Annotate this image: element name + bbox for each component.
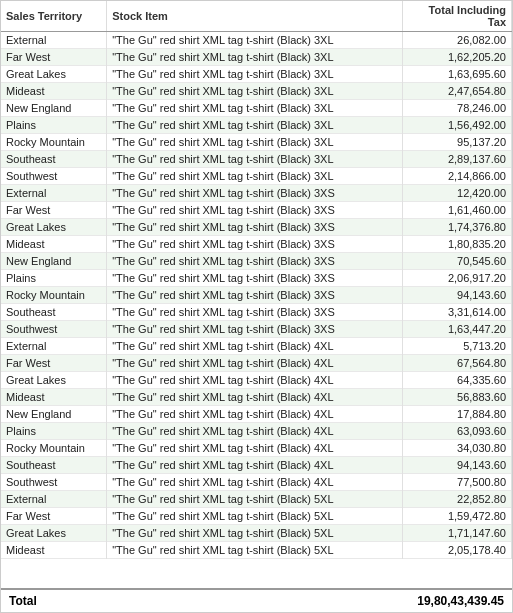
- table-row: New England"The Gu" red shirt XML tag t-…: [1, 406, 512, 423]
- cell-item: "The Gu" red shirt XML tag t-shirt (Blac…: [107, 236, 403, 253]
- cell-item: "The Gu" red shirt XML tag t-shirt (Blac…: [107, 134, 403, 151]
- cell-territory: Southeast: [1, 304, 107, 321]
- table-row: Mideast"The Gu" red shirt XML tag t-shir…: [1, 83, 512, 100]
- cell-item: "The Gu" red shirt XML tag t-shirt (Blac…: [107, 372, 403, 389]
- table-row: Mideast"The Gu" red shirt XML tag t-shir…: [1, 236, 512, 253]
- cell-territory: Rocky Mountain: [1, 287, 107, 304]
- cell-item: "The Gu" red shirt XML tag t-shirt (Blac…: [107, 32, 403, 49]
- cell-item: "The Gu" red shirt XML tag t-shirt (Blac…: [107, 117, 403, 134]
- cell-item: "The Gu" red shirt XML tag t-shirt (Blac…: [107, 389, 403, 406]
- cell-item: "The Gu" red shirt XML tag t-shirt (Blac…: [107, 474, 403, 491]
- cell-tax: 1,59,472.80: [403, 508, 512, 525]
- table-row: Southwest"The Gu" red shirt XML tag t-sh…: [1, 168, 512, 185]
- table-wrapper[interactable]: Sales Territory Stock Item Total Includi…: [1, 1, 512, 588]
- cell-item: "The Gu" red shirt XML tag t-shirt (Blac…: [107, 491, 403, 508]
- cell-tax: 17,884.80: [403, 406, 512, 423]
- cell-tax: 12,420.00: [403, 185, 512, 202]
- cell-tax: 1,80,835.20: [403, 236, 512, 253]
- cell-territory: Southwest: [1, 168, 107, 185]
- cell-tax: 67,564.80: [403, 355, 512, 372]
- cell-tax: 3,31,614.00: [403, 304, 512, 321]
- cell-item: "The Gu" red shirt XML tag t-shirt (Blac…: [107, 202, 403, 219]
- cell-territory: Mideast: [1, 389, 107, 406]
- table-row: Rocky Mountain"The Gu" red shirt XML tag…: [1, 134, 512, 151]
- col-header-tax: Total Including Tax: [403, 1, 512, 32]
- cell-item: "The Gu" red shirt XML tag t-shirt (Blac…: [107, 270, 403, 287]
- cell-tax: 5,713.20: [403, 338, 512, 355]
- table-row: Mideast"The Gu" red shirt XML tag t-shir…: [1, 542, 512, 559]
- table-row: Far West"The Gu" red shirt XML tag t-shi…: [1, 202, 512, 219]
- cell-item: "The Gu" red shirt XML tag t-shirt (Blac…: [107, 542, 403, 559]
- table-row: New England"The Gu" red shirt XML tag t-…: [1, 253, 512, 270]
- table-row: External"The Gu" red shirt XML tag t-shi…: [1, 338, 512, 355]
- cell-tax: 70,545.60: [403, 253, 512, 270]
- cell-tax: 1,63,447.20: [403, 321, 512, 338]
- cell-territory: Great Lakes: [1, 66, 107, 83]
- cell-item: "The Gu" red shirt XML tag t-shirt (Blac…: [107, 49, 403, 66]
- cell-item: "The Gu" red shirt XML tag t-shirt (Blac…: [107, 321, 403, 338]
- cell-tax: 1,61,460.00: [403, 202, 512, 219]
- cell-tax: 95,137.20: [403, 134, 512, 151]
- cell-tax: 1,74,376.80: [403, 219, 512, 236]
- cell-territory: Rocky Mountain: [1, 440, 107, 457]
- table-row: Southeast"The Gu" red shirt XML tag t-sh…: [1, 151, 512, 168]
- main-container: Sales Territory Stock Item Total Includi…: [0, 0, 513, 613]
- cell-territory: Mideast: [1, 236, 107, 253]
- data-table: Sales Territory Stock Item Total Includi…: [1, 1, 512, 559]
- cell-tax: 2,05,178.40: [403, 542, 512, 559]
- cell-item: "The Gu" red shirt XML tag t-shirt (Blac…: [107, 406, 403, 423]
- cell-item: "The Gu" red shirt XML tag t-shirt (Blac…: [107, 253, 403, 270]
- cell-item: "The Gu" red shirt XML tag t-shirt (Blac…: [107, 83, 403, 100]
- cell-tax: 26,082.00: [403, 32, 512, 49]
- cell-territory: Far West: [1, 49, 107, 66]
- table-row: Great Lakes"The Gu" red shirt XML tag t-…: [1, 66, 512, 83]
- table-row: Great Lakes"The Gu" red shirt XML tag t-…: [1, 525, 512, 542]
- cell-territory: Southeast: [1, 457, 107, 474]
- cell-tax: 2,06,917.20: [403, 270, 512, 287]
- table-row: Southeast"The Gu" red shirt XML tag t-sh…: [1, 304, 512, 321]
- table-row: Southeast"The Gu" red shirt XML tag t-sh…: [1, 457, 512, 474]
- cell-territory: Far West: [1, 355, 107, 372]
- cell-tax: 2,47,654.80: [403, 83, 512, 100]
- cell-item: "The Gu" red shirt XML tag t-shirt (Blac…: [107, 66, 403, 83]
- cell-item: "The Gu" red shirt XML tag t-shirt (Blac…: [107, 219, 403, 236]
- cell-territory: Far West: [1, 202, 107, 219]
- cell-territory: Southwest: [1, 474, 107, 491]
- cell-territory: External: [1, 491, 107, 508]
- cell-tax: 1,56,492.00: [403, 117, 512, 134]
- table-row: New England"The Gu" red shirt XML tag t-…: [1, 100, 512, 117]
- cell-territory: New England: [1, 100, 107, 117]
- table-row: External"The Gu" red shirt XML tag t-shi…: [1, 185, 512, 202]
- table-row: Mideast"The Gu" red shirt XML tag t-shir…: [1, 389, 512, 406]
- cell-item: "The Gu" red shirt XML tag t-shirt (Blac…: [107, 304, 403, 321]
- table-row: Southwest"The Gu" red shirt XML tag t-sh…: [1, 321, 512, 338]
- cell-territory: Rocky Mountain: [1, 134, 107, 151]
- cell-territory: External: [1, 185, 107, 202]
- cell-territory: Mideast: [1, 542, 107, 559]
- cell-territory: External: [1, 32, 107, 49]
- table-row: Far West"The Gu" red shirt XML tag t-shi…: [1, 508, 512, 525]
- col-header-territory: Sales Territory: [1, 1, 107, 32]
- cell-tax: 2,89,137.60: [403, 151, 512, 168]
- cell-tax: 94,143.60: [403, 457, 512, 474]
- cell-territory: New England: [1, 253, 107, 270]
- table-row: Great Lakes"The Gu" red shirt XML tag t-…: [1, 219, 512, 236]
- cell-item: "The Gu" red shirt XML tag t-shirt (Blac…: [107, 151, 403, 168]
- cell-item: "The Gu" red shirt XML tag t-shirt (Blac…: [107, 168, 403, 185]
- cell-item: "The Gu" red shirt XML tag t-shirt (Blac…: [107, 100, 403, 117]
- footer-row: Total 19,80,43,439.45: [1, 588, 512, 612]
- cell-territory: Far West: [1, 508, 107, 525]
- table-row: Rocky Mountain"The Gu" red shirt XML tag…: [1, 440, 512, 457]
- cell-tax: 1,62,205.20: [403, 49, 512, 66]
- table-row: Southwest"The Gu" red shirt XML tag t-sh…: [1, 474, 512, 491]
- table-row: Far West"The Gu" red shirt XML tag t-shi…: [1, 355, 512, 372]
- header-row: Sales Territory Stock Item Total Includi…: [1, 1, 512, 32]
- cell-item: "The Gu" red shirt XML tag t-shirt (Blac…: [107, 457, 403, 474]
- cell-territory: Southwest: [1, 321, 107, 338]
- cell-item: "The Gu" red shirt XML tag t-shirt (Blac…: [107, 355, 403, 372]
- cell-item: "The Gu" red shirt XML tag t-shirt (Blac…: [107, 423, 403, 440]
- footer-value: 19,80,43,439.45: [417, 594, 504, 608]
- cell-tax: 1,71,147.60: [403, 525, 512, 542]
- cell-item: "The Gu" red shirt XML tag t-shirt (Blac…: [107, 508, 403, 525]
- col-header-item: Stock Item: [107, 1, 403, 32]
